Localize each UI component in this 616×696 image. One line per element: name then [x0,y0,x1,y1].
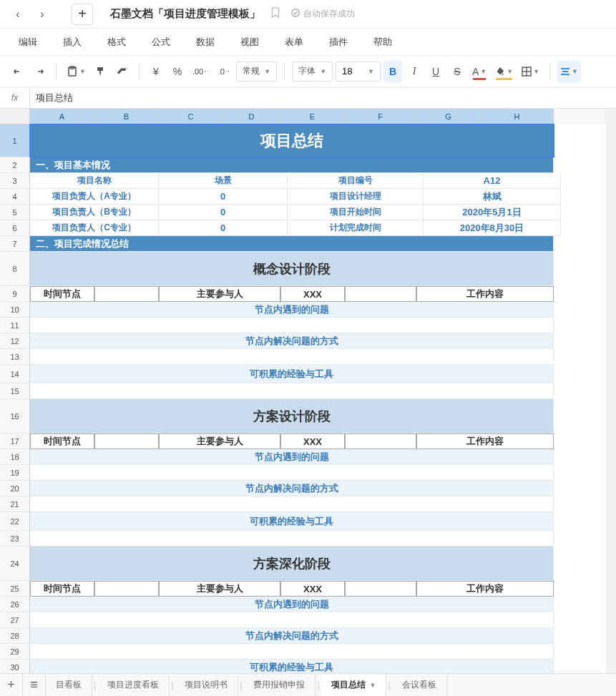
row-13[interactable]: 13 [0,349,30,365]
select-all-corner[interactable] [0,109,30,124]
cell-G25[interactable]: 工作内容 [416,581,554,597]
currency-button[interactable]: ¥ [147,61,165,82]
cell-A15[interactable] [30,383,554,399]
row-4[interactable]: 4 [0,189,30,205]
cell-A30[interactable]: 可积累的经验与工具 [30,660,554,673]
font-size-input[interactable] [342,66,363,77]
cell-E4[interactable]: 项目设计经理 [288,189,424,205]
cell-A23[interactable] [30,531,554,546]
paint-button[interactable] [92,61,110,82]
cell-A3[interactable]: 项目名称 [30,173,159,189]
cell-A17[interactable]: 时间节点 [30,433,94,449]
spreadsheet[interactable]: A B C D E F G H 1 项目总结 2 一、项目基本情况 3 项目名称… [0,109,616,673]
cell-A24[interactable]: 方案深化阶段 [30,546,554,581]
col-A[interactable]: A [30,109,94,124]
formula-input[interactable]: 项目总结 [30,92,616,104]
align-button[interactable]: ▼ [557,61,581,82]
cell-A25[interactable]: 时间节点 [30,581,94,597]
underline-button[interactable]: U [426,61,445,82]
cell-G17[interactable]: 工作内容 [416,433,554,449]
sheet-list-button[interactable]: ≡ [23,674,46,697]
row-29[interactable]: 29 [0,644,30,660]
row-26[interactable]: 26 [0,597,30,612]
menu-table[interactable]: 表单 [275,31,313,53]
tab-expense[interactable]: 费用报销申报 [243,674,316,697]
tab-meeting[interactable]: 会议看板 [392,674,447,697]
row-24[interactable]: 24 [0,546,30,581]
row-12[interactable]: 12 [0,333,30,349]
row-1[interactable]: 1 [0,124,30,157]
menu-help[interactable]: 帮助 [363,31,402,53]
row-23[interactable]: 23 [0,531,30,546]
row-15[interactable]: 15 [0,383,30,399]
cell-C3[interactable]: 场景 [159,173,288,189]
tab-summary[interactable]: 项目总结▼ [321,674,387,697]
menu-format[interactable]: 格式 [97,31,136,53]
font-select[interactable]: 字体▼ [292,62,333,82]
dec-decimal-button[interactable]: .0→ [215,61,233,82]
cell-E3[interactable]: 项目编号 [288,173,424,189]
row-11[interactable]: 11 [0,318,30,333]
row-9[interactable]: 9 [0,286,30,302]
add-button[interactable]: + [72,4,93,25]
cell-A6[interactable]: 项目负责人（C专业） [30,220,159,236]
cell-C5[interactable]: 0 [159,205,288,220]
cell-C6[interactable]: 0 [159,220,288,236]
fill-color-button[interactable]: ▼ [492,61,516,82]
cell-E6[interactable]: 计划完成时间 [288,220,424,236]
row-7[interactable]: 7 [0,236,30,252]
cell-A16[interactable]: 方案设计阶段 [30,399,554,433]
row-20[interactable]: 20 [0,481,30,496]
cell-A7[interactable]: 二、项目完成情况总结 [30,236,554,252]
font-size-select[interactable]: ▼ [336,62,381,82]
cell-A20[interactable]: 节点内解决问题的方式 [30,481,554,496]
add-sheet-button[interactable]: + [0,674,23,697]
redo-button[interactable] [30,61,49,82]
menu-plugin[interactable]: 插件 [319,31,358,53]
row-22[interactable]: 22 [0,512,30,531]
row-2[interactable]: 2 [0,157,30,173]
text-color-button[interactable]: A▼ [469,61,489,82]
bookmark-icon[interactable] [270,7,280,21]
cell-A1[interactable]: 项目总结 [30,124,554,157]
row-19[interactable]: 19 [0,465,30,481]
cell-A2[interactable]: 一、项目基本情况 [30,157,554,173]
cell-G9[interactable]: 工作内容 [416,286,554,302]
row-5[interactable]: 5 [0,205,30,220]
cell-C4[interactable]: 0 [159,189,288,205]
cell-E25[interactable]: XXX [280,581,345,597]
cell-A4[interactable]: 项目负责人（A专业） [30,189,159,205]
row-3[interactable]: 3 [0,173,30,189]
cell-A21[interactable] [30,496,554,512]
inc-decimal-button[interactable]: .00← [190,61,212,82]
percent-button[interactable]: % [168,61,187,82]
row-21[interactable]: 21 [0,496,30,512]
cell-C9[interactable]: 主要参与人 [159,286,280,302]
col-B[interactable]: B [94,109,159,124]
menu-formula[interactable]: 公式 [142,31,180,53]
chevron-down-icon[interactable]: ▼ [370,682,376,689]
cell-A12[interactable]: 节点内解决问题的方式 [30,333,554,349]
cell-B9[interactable] [94,286,159,302]
cell-F9[interactable] [345,286,416,302]
cell-E17[interactable]: XXX [280,433,345,449]
col-D[interactable]: D [223,109,280,124]
cell-G4[interactable]: 林斌 [424,189,561,205]
number-format-select[interactable]: 常规▼ [236,62,277,82]
cell-A28[interactable]: 节点内解决问题的方式 [30,628,554,644]
cell-A22[interactable]: 可积累的经验与工具 [30,512,554,531]
cell-A13[interactable] [30,349,554,365]
row-6[interactable]: 6 [0,220,30,236]
row-30[interactable]: 30 [0,660,30,673]
cell-G5[interactable]: 2020年5月1日 [424,205,561,220]
strike-button[interactable]: S [448,61,466,82]
italic-button[interactable]: I [405,61,424,82]
tab-progress[interactable]: 项目进度看板 [97,674,170,697]
cell-A26[interactable]: 节点内遇到的问题 [30,597,554,612]
cell-B25[interactable] [94,581,159,597]
paste-button[interactable]: ▼ [64,61,89,82]
cell-E9[interactable]: XXX [280,286,345,302]
cell-G6[interactable]: 2020年8月30日 [424,220,561,236]
undo-button[interactable] [9,61,27,82]
nav-forward-button[interactable]: › [31,4,53,25]
